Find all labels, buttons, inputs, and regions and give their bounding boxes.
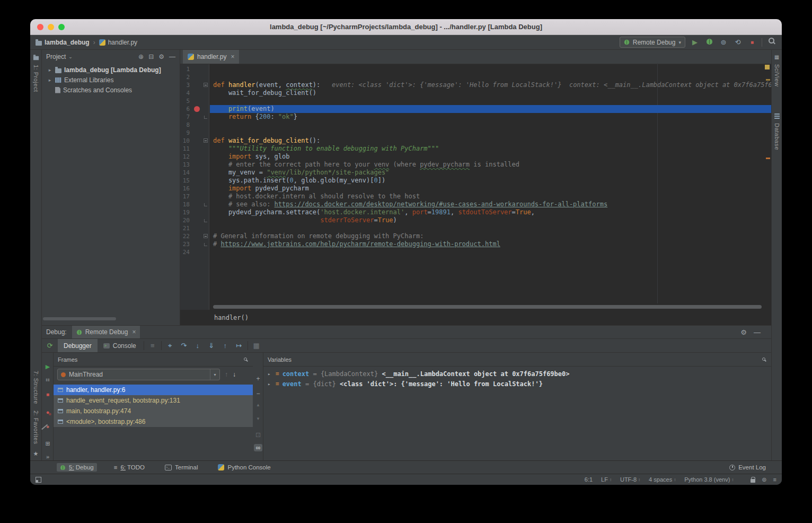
code-line[interactable]: # see also: https://docs.docker.com/desk… <box>210 201 771 208</box>
breakpoint-dot[interactable] <box>194 106 200 112</box>
code-line[interactable] <box>210 73 771 81</box>
code-line[interactable]: # host.docker.intern al should resolve t… <box>210 193 771 201</box>
toolwindow-button-favorites[interactable]: 2: Favorites <box>33 411 39 444</box>
gear-icon[interactable]: ⚙ <box>158 53 164 60</box>
toolwindow-button-todo[interactable]: ≡6: TODO <box>111 463 148 472</box>
close-icon[interactable]: × <box>231 53 234 60</box>
toolwindow-button-pythonconsole[interactable]: Python Console <box>215 463 273 472</box>
editor-tab-handler[interactable]: handler.py × <box>183 50 239 64</box>
code-line[interactable] <box>210 65 771 73</box>
run-to-cursor-button[interactable]: ↦ <box>232 339 246 352</box>
frame-row[interactable]: <module>, bootstrap.py:486 <box>54 416 253 427</box>
hide-panel-icon[interactable]: — <box>169 53 175 60</box>
code-line[interactable]: import sys, glob <box>210 153 771 161</box>
gutter-line[interactable]: 2 <box>180 73 209 81</box>
search-everywhere-button[interactable] <box>767 37 776 47</box>
toolwindow-button-debug[interactable]: 5: Debug <box>57 463 97 472</box>
status-item[interactable]: 6:1 <box>585 476 593 483</box>
view-breakpoints-button[interactable]: ● <box>42 409 54 415</box>
gutter-line[interactable]: 24 <box>180 248 209 256</box>
gutter-line[interactable]: 7 <box>180 113 209 121</box>
gutter-line[interactable]: 18 <box>180 201 209 208</box>
tree-item[interactable]: ▸External Libraries <box>42 75 180 85</box>
expander-icon[interactable]: ▸ <box>268 371 272 377</box>
toolwindow-button-sciview[interactable]: ▦ SciView <box>772 54 782 86</box>
code-line[interactable]: return {200: "ok"} <box>210 113 771 121</box>
frame-row[interactable]: handle_event_request, bootstrap.py:131 <box>54 395 253 406</box>
locate-file-icon[interactable]: ⊕ <box>138 53 144 60</box>
code-line[interactable] <box>210 121 771 129</box>
breadcrumb-project[interactable]: lambda_debug <box>36 39 90 46</box>
step-into-button[interactable]: ↓ <box>191 339 205 352</box>
gutter-line[interactable]: 16 <box>180 185 209 193</box>
gutter-line[interactable]: 8 <box>180 121 209 129</box>
code-line[interactable]: sys.path.insert(0, glob.glob(my_venv)[0]… <box>210 177 771 185</box>
step-over-button[interactable]: ↷ <box>177 339 191 352</box>
status-item[interactable]: 4 spaces↕ <box>649 476 676 483</box>
run-button[interactable]: ▶ <box>690 38 700 47</box>
toolwindow-button-structure[interactable]: 7: Structure <box>33 371 39 404</box>
view-as-grid-icon[interactable]: ▦ <box>250 339 263 352</box>
reader-mode-icon[interactable]: ≡ <box>773 476 776 483</box>
code-line[interactable] <box>210 129 771 137</box>
remove-watch-button[interactable]: − <box>253 390 263 397</box>
profiler-button[interactable]: ⟲ <box>733 38 743 47</box>
gutter-line[interactable]: 3 <box>180 81 209 89</box>
gutter-line[interactable]: 15 <box>180 177 209 185</box>
debug-session-tab[interactable]: Remote Debug × <box>72 326 140 338</box>
editor-horizontal-scrollbar[interactable] <box>213 305 762 309</box>
breadcrumb-file[interactable]: handler.py <box>99 39 137 46</box>
execution-line[interactable]: print(event) <box>210 105 771 113</box>
code-area[interactable]: def handler(event, context): event: <cla… <box>210 64 771 310</box>
fold-marker[interactable] <box>204 138 208 143</box>
toolwindow-button-eventlog[interactable]: Event Log <box>729 464 766 470</box>
code-line[interactable]: def wait_for_debug_client(): <box>210 137 771 145</box>
stop-button[interactable]: ■ <box>747 38 757 47</box>
inspection-indicator[interactable] <box>765 65 770 69</box>
code-line[interactable]: stderrToServer=True) <box>210 216 771 224</box>
tab-console[interactable]: Console <box>98 339 142 352</box>
tab-debugger[interactable]: Debugger <box>58 339 98 352</box>
gutter-line[interactable]: 9 <box>180 129 209 137</box>
star-icon[interactable]: ★ <box>33 450 39 457</box>
gutter-line[interactable]: 1 <box>180 65 209 73</box>
status-item[interactable]: LF↕ <box>601 476 612 483</box>
close-icon[interactable]: × <box>132 328 136 336</box>
editor-body[interactable]: 123456789101112131415161718192021222324 … <box>180 64 771 310</box>
code-line[interactable]: import pydevd_pycharm <box>210 185 771 193</box>
breadcrumb-function[interactable]: handler() <box>214 314 249 321</box>
error-stripe-mark[interactable] <box>766 79 770 81</box>
toolwindow-toggle-icon[interactable] <box>36 477 41 483</box>
pin-icon[interactable] <box>762 357 767 362</box>
fold-marker[interactable] <box>204 243 207 246</box>
gutter-line[interactable]: 11 <box>180 145 209 153</box>
zoom-window-button[interactable] <box>58 24 65 30</box>
gutter-line[interactable]: 23 <box>180 240 209 248</box>
expander-icon[interactable]: ▸ <box>268 381 272 387</box>
add-watch-button[interactable]: + <box>253 375 263 382</box>
fold-marker[interactable] <box>204 83 208 87</box>
collapse-all-icon[interactable]: ⊟ <box>148 53 154 60</box>
gutter-line[interactable]: 10 <box>180 137 209 145</box>
run-configuration-select[interactable]: Remote Debug ▾ <box>620 37 685 48</box>
pause-button[interactable]: ▮▮ <box>42 378 54 382</box>
gutter-line[interactable]: 20 <box>180 216 209 224</box>
gutter-line[interactable]: 17 <box>180 193 209 201</box>
variable-row[interactable]: ▸≡context = {LambdaContext} <__main__.La… <box>263 369 771 379</box>
stop-button[interactable]: ■ <box>42 391 54 397</box>
project-view-select[interactable]: Project <box>46 53 66 60</box>
fold-marker[interactable] <box>204 234 208 238</box>
toolwindow-button-project[interactable]: 1: Project <box>30 54 41 92</box>
fold-marker[interactable] <box>204 219 207 222</box>
gutter-line[interactable]: 5 <box>180 97 209 105</box>
toolwindow-button-terminal[interactable]: Terminal <box>162 463 201 472</box>
mute-breakpoints-button[interactable]: ● <box>42 423 54 430</box>
move-down-button[interactable]: ▼ <box>253 416 263 421</box>
variable-row[interactable]: ▸≡event = {dict} <class 'dict'>: {'messa… <box>263 379 771 389</box>
indicator-icon[interactable]: ⊚ <box>762 476 766 483</box>
force-step-into-button[interactable]: ⇓ <box>205 339 218 352</box>
gutter-line[interactable]: 4 <box>180 89 209 97</box>
toolwindow-button-database[interactable]: Database <box>772 114 782 150</box>
duplicate-watch-button[interactable]: ⊡ <box>253 431 263 439</box>
layout-settings-icon[interactable]: ≡ <box>146 339 160 352</box>
